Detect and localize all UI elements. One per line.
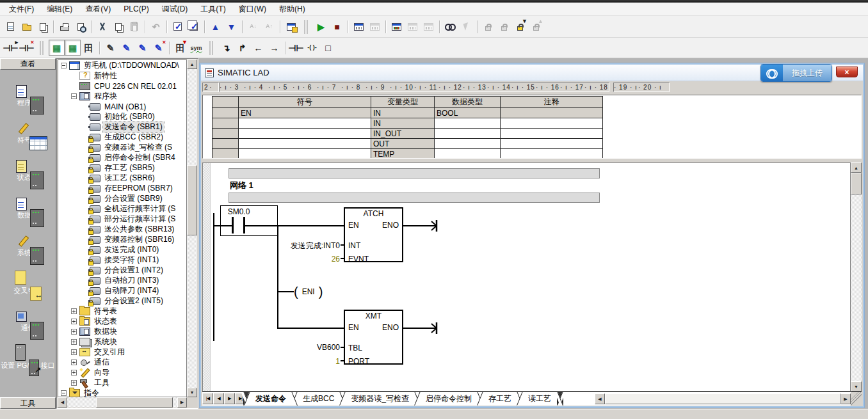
pou-tab[interactable]: 启停命令控制 (414, 392, 483, 406)
collapse-icon[interactable] (61, 63, 67, 68)
tree-item[interactable]: 状态表 (58, 316, 186, 326)
pou-tab[interactable]: 生成BCC (291, 392, 346, 406)
read-all-forced-button[interactable]: ▲ (528, 19, 544, 35)
tree-item[interactable]: 部分运行频率计算 (S (58, 214, 186, 224)
table-cell[interactable] (501, 139, 603, 149)
view-bar-item-symbol-table[interactable]: 符号表 (0, 134, 56, 145)
tree-item[interactable]: 启停命令控制 (SBR4 (58, 152, 186, 162)
previous-bookmark-button[interactable]: ✎ (134, 40, 150, 56)
tree-item[interactable]: 自动抬刀 (INT3) (58, 275, 186, 285)
collapse-icon[interactable] (61, 390, 67, 396)
tree-item[interactable]: 分合设置2 (INT5) (58, 296, 186, 306)
tree-item[interactable]: MAIN (OB1) (58, 101, 186, 111)
tree-item[interactable]: 分合设置1 (INT2) (58, 265, 186, 275)
monitor-button[interactable] (442, 19, 458, 35)
tree-item[interactable]: 向导 (58, 367, 186, 377)
tree-item[interactable]: 剪毛机 (D:\TDDOWNLOAD\ (58, 60, 186, 70)
tree-item[interactable]: 变频器控制 (SBR16) (58, 234, 186, 244)
clear-bookmarks-button[interactable]: ✎× (150, 40, 166, 56)
view-bar-item-communications[interactable]: 通信 (0, 322, 56, 333)
tree-item[interactable]: 分合设置 (SBR9) (58, 193, 186, 203)
expand-icon[interactable] (71, 339, 77, 345)
view-bar-item-system-block[interactable]: 系统块 (0, 247, 56, 258)
tree-item[interactable]: 全机运行频率计算 (S (58, 203, 186, 214)
expand-icon[interactable] (71, 370, 77, 376)
copy-button[interactable] (110, 19, 126, 35)
compile-all-button[interactable] (186, 19, 202, 35)
compile-button[interactable] (170, 19, 186, 35)
tree-hscroll-thumb[interactable] (96, 397, 173, 407)
tree-item[interactable]: 发送完成 (INT0) (58, 244, 186, 255)
menu-view[interactable]: 查看(V) (79, 3, 117, 16)
tree-item[interactable]: 送公共参数 (SBR13) (58, 224, 186, 234)
line-up-button[interactable]: ↱ (234, 40, 250, 56)
close-button[interactable]: × (836, 67, 858, 77)
atch-box[interactable]: ATCH EN ENO INT EVNT (344, 207, 403, 262)
unforce-button[interactable] (496, 19, 512, 35)
collapse-icon[interactable] (71, 93, 77, 99)
tree-vertical-scrollbar[interactable]: ▲ ▼ (187, 59, 197, 397)
xmt-tbl-operand[interactable]: VB600 (209, 343, 340, 352)
table-cell[interactable]: EN (239, 108, 371, 118)
toggle-bookmark-button[interactable]: ✎ (102, 40, 118, 56)
xmt-box[interactable]: XMT EN ENO TBL PORT (344, 310, 403, 365)
view-bar-item-status-chart[interactable]: 状态表 (0, 171, 56, 182)
tree-horizontal-scrollbar[interactable]: ◀ ▶ (58, 397, 187, 407)
atch-int-operand[interactable]: 发送完成:INT0 (209, 241, 340, 251)
scroll-right-icon[interactable]: ▶ (177, 397, 187, 407)
table-cell[interactable]: OUT (371, 139, 435, 149)
table-cell[interactable] (239, 139, 371, 149)
row-header-cell[interactable] (213, 108, 239, 118)
menu-debug[interactable]: 调试(D) (156, 3, 195, 16)
pou-tab[interactable]: 变频器读_写检查 (339, 392, 421, 406)
print-button[interactable] (56, 19, 72, 35)
pou-tab[interactable]: 发送命令 (244, 392, 298, 406)
menu-edit[interactable]: 编辑(E) (40, 3, 79, 16)
table-cell[interactable]: IN (371, 108, 435, 118)
tree-item[interactable]: 数据块 (58, 326, 186, 336)
table-cell[interactable]: BOOL (435, 108, 501, 118)
scroll-left-icon[interactable]: ◀ (58, 397, 67, 407)
force-button[interactable] (480, 19, 496, 35)
network-comment-bar[interactable] (229, 193, 600, 203)
program-status-button[interactable] (351, 19, 367, 35)
tree-item[interactable]: 系统块 (58, 336, 186, 347)
tree-item[interactable]: 新特性 (58, 70, 186, 81)
tabs-horizontal-scrollbar[interactable]: ◀ ▶ (595, 393, 851, 404)
table-cell[interactable] (435, 139, 501, 149)
run-button[interactable]: ▶ (313, 19, 329, 35)
tree-vscroll-thumb[interactable] (187, 165, 197, 235)
line-left-button[interactable]: ← (250, 40, 266, 56)
tree-item[interactable]: 交叉引用 (58, 347, 186, 357)
pause-program-status-button[interactable] (367, 19, 383, 35)
tree-item[interactable]: 生成BCC (SBR2) (58, 132, 186, 142)
expand-icon[interactable] (71, 380, 77, 386)
contact-button[interactable]: ⊣⊢ (288, 40, 304, 56)
view-bar-item-cross-reference[interactable]: ↔交叉引用 (0, 285, 56, 296)
menu-help[interactable]: 帮助(H) (273, 3, 312, 16)
table-cell[interactable] (501, 149, 603, 159)
pou-comment-bar[interactable] (229, 168, 600, 178)
insert-element-button[interactable]: ⊣⊢▸ (3, 40, 19, 56)
previous-pou-button[interactable]: ◀ (213, 393, 224, 404)
delete-element-button[interactable]: ⊣⊢× (19, 40, 35, 56)
tree-item[interactable]: 程序块 (58, 91, 186, 101)
eni-coil[interactable]: ( ENI ) (294, 285, 323, 299)
menu-window[interactable]: 窗口(W) (232, 3, 273, 16)
menu-file[interactable]: 文件(F) (3, 3, 40, 16)
apply-symbols-button[interactable]: sym (188, 40, 204, 56)
tree-item[interactable]: 自动降刀 (INT4) (58, 285, 186, 296)
symbol-information-table-button[interactable]: 田 (81, 40, 97, 56)
menu-plc[interactable]: PLC(P) (117, 3, 155, 15)
view-bar-item-set-pg-pc-interface[interactable]: ↗设置 PG/PC 接口 (0, 360, 56, 370)
ladder-editor[interactable]: 网络 1 SM0.0 ATCH EN (202, 162, 851, 391)
tree-item[interactable]: 存工艺 (SBR5) (58, 162, 186, 173)
open-button[interactable] (19, 19, 35, 35)
view-bar-header-button[interactable]: 查看 (0, 58, 56, 70)
tree-item[interactable]: 指令 (58, 388, 186, 397)
table-cell[interactable]: IN (371, 118, 435, 129)
project-tree[interactable]: 剪毛机 (D:\TDDOWNLOAD\新特性CPU 226 CN REL 02.… (58, 59, 187, 397)
editor-vscroll-thumb[interactable] (851, 173, 862, 194)
scroll-up-icon[interactable]: ▲ (187, 59, 197, 69)
table-cell[interactable] (435, 129, 501, 139)
